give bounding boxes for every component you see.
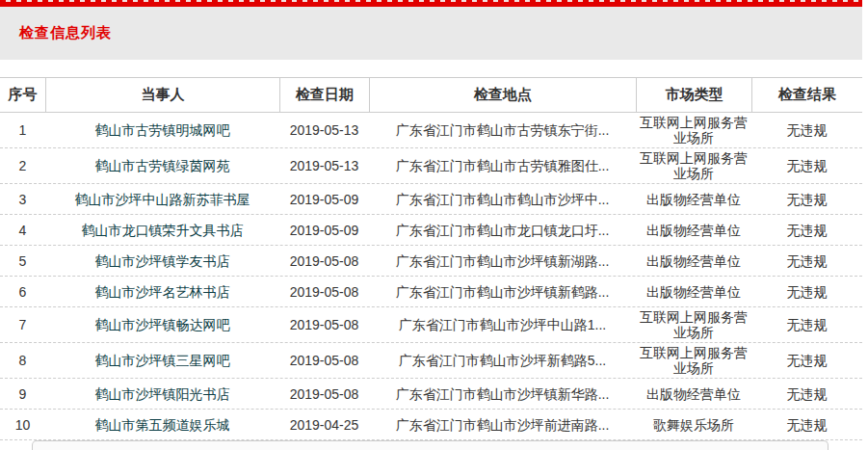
cell-market_type: 出版物经营单位 bbox=[636, 251, 751, 271]
table-row: 4鹤山市龙口镇荣升文具书店2019-05-09广东省江门市鹤山市龙口镇龙口圩..… bbox=[0, 215, 862, 246]
table-row: 8鹤山市沙坪镇三星网吧2019-05-08广东省江门市鹤山市沙坪新鹤路5...互… bbox=[0, 343, 862, 379]
cell-result: 无违规 bbox=[751, 415, 862, 435]
cell-result: 无违规 bbox=[751, 190, 862, 209]
table-row: 1鹤山市古劳镇明城网吧2019-05-13广东省江门市鹤山市古劳镇东宁街...互… bbox=[0, 113, 862, 148]
cell-date: 2019-05-08 bbox=[279, 251, 369, 271]
cell-index: 5 bbox=[0, 251, 45, 271]
cell-party[interactable]: 鹤山市龙口镇荣升文具书店 bbox=[45, 221, 279, 240]
cell-index: 10 bbox=[0, 415, 45, 435]
header-cell-date: 检查日期 bbox=[279, 78, 369, 112]
cell-market_type: 互联网上网服务营业场所 bbox=[636, 113, 751, 147]
cell-party[interactable]: 鹤山市沙坪镇阳光书店 bbox=[45, 384, 279, 404]
cell-index: 1 bbox=[0, 120, 45, 140]
cell-location: 广东省江门市鹤山市沙坪镇新华路... bbox=[369, 384, 636, 404]
cell-location: 广东省江门市鹤山市沙坪镇新鹤路... bbox=[369, 282, 636, 302]
cell-party[interactable]: 鹤山市沙坪名艺林书店 bbox=[45, 282, 279, 302]
cell-party[interactable]: 鹤山市沙坪镇学友书店 bbox=[45, 251, 279, 271]
cell-market_type: 出版物经营单位 bbox=[636, 384, 751, 404]
cell-market_type: 互联网上网服务营业场所 bbox=[636, 307, 751, 342]
page-content: 检查信息列表 序号 当事人 检查日期 检查地点 市场类型 检查结果 1鹤山市古劳… bbox=[0, 0, 862, 450]
cell-location: 广东省江门市鹤山市古劳镇东宁街... bbox=[369, 120, 636, 140]
inspection-table: 序号 当事人 检查日期 检查地点 市场类型 检查结果 1鹤山市古劳镇明城网吧20… bbox=[0, 77, 862, 440]
title-band: 检查信息列表 bbox=[0, 7, 862, 60]
cell-location: 广东省江门市鹤山市沙坪前进南路... bbox=[369, 415, 636, 435]
table-body: 1鹤山市古劳镇明城网吧2019-05-13广东省江门市鹤山市古劳镇东宁街...互… bbox=[0, 113, 862, 440]
table-row: 9鹤山市沙坪镇阳光书店2019-05-08广东省江门市鹤山市沙坪镇新华路...出… bbox=[0, 379, 862, 410]
cell-result: 无违规 bbox=[751, 120, 862, 140]
cell-location: 广东省江门市鹤山市鹤山市沙坪中... bbox=[369, 190, 636, 209]
cell-party[interactable]: 鹤山市第五频道娱乐城 bbox=[45, 415, 279, 435]
cell-market_type: 出版物经营单位 bbox=[636, 221, 751, 240]
header-cell-market-type: 市场类型 bbox=[636, 78, 751, 112]
cell-date: 2019-05-08 bbox=[279, 282, 369, 302]
cell-party[interactable]: 鹤山市沙坪镇三星网吧 bbox=[45, 351, 279, 370]
cell-result: 无违规 bbox=[751, 351, 862, 370]
cell-market_type: 互联网上网服务营业场所 bbox=[636, 148, 751, 183]
cell-date: 2019-04-25 bbox=[279, 415, 369, 435]
header-cell-location: 检查地点 bbox=[369, 78, 636, 112]
cell-location: 广东省江门市鹤山市沙坪中山路1... bbox=[369, 315, 636, 334]
page-title: 检查信息列表 bbox=[0, 24, 112, 42]
table-row: 3鹤山市沙坪中山路新苏菲书屋2019-05-09广东省江门市鹤山市鹤山市沙坪中.… bbox=[0, 184, 862, 215]
cell-result: 无违规 bbox=[751, 282, 862, 302]
table-row: 10鹤山市第五频道娱乐城2019-04-25广东省江门市鹤山市沙坪前进南路...… bbox=[0, 410, 862, 440]
cell-market_type: 互联网上网服务营业场所 bbox=[636, 343, 751, 378]
table-row: 5鹤山市沙坪镇学友书店2019-05-08广东省江门市鹤山市沙坪镇新湖路...出… bbox=[0, 246, 862, 277]
cell-index: 2 bbox=[0, 156, 45, 175]
table-row: 6鹤山市沙坪名艺林书店2019-05-08广东省江门市鹤山市沙坪镇新鹤路...出… bbox=[0, 277, 862, 307]
cell-index: 8 bbox=[0, 351, 45, 370]
cell-result: 无违规 bbox=[751, 156, 862, 175]
cell-market_type: 出版物经营单位 bbox=[636, 282, 751, 302]
cell-location: 广东省江门市鹤山市沙坪新鹤路5... bbox=[369, 351, 636, 370]
cell-index: 4 bbox=[0, 221, 45, 240]
cell-location: 广东省江门市鹤山市龙口镇龙口圩... bbox=[369, 221, 636, 240]
cell-result: 无违规 bbox=[751, 384, 862, 404]
cell-date: 2019-05-09 bbox=[279, 221, 369, 240]
cell-result: 无违规 bbox=[751, 315, 862, 334]
header-cell-index: 序号 bbox=[0, 78, 45, 112]
cell-date: 2019-05-08 bbox=[279, 351, 369, 370]
header-cell-party: 当事人 bbox=[45, 78, 279, 112]
cell-index: 9 bbox=[0, 384, 45, 404]
cell-party[interactable]: 鹤山市古劳镇明城网吧 bbox=[45, 120, 279, 140]
cell-market_type: 歌舞娱乐场所 bbox=[636, 415, 751, 435]
table-row: 7鹤山市沙坪镇畅达网吧2019-05-08广东省江门市鹤山市沙坪中山路1...互… bbox=[0, 307, 862, 343]
cell-party[interactable]: 鹤山市古劳镇绿茵网苑 bbox=[45, 156, 279, 175]
cell-location: 广东省江门市鹤山市沙坪镇新湖路... bbox=[369, 251, 636, 271]
cell-date: 2019-05-08 bbox=[279, 315, 369, 334]
cell-index: 3 bbox=[0, 190, 45, 209]
cell-date: 2019-05-08 bbox=[279, 384, 369, 404]
cell-market_type: 出版物经营单位 bbox=[636, 190, 751, 209]
cell-party[interactable]: 鹤山市沙坪镇畅达网吧 bbox=[45, 315, 279, 334]
table-header: 序号 当事人 检查日期 检查地点 市场类型 检查结果 bbox=[0, 77, 862, 113]
cell-index: 7 bbox=[0, 315, 45, 334]
cell-date: 2019-05-09 bbox=[279, 190, 369, 209]
header-cell-result: 检查结果 bbox=[751, 78, 862, 112]
cell-party[interactable]: 鹤山市沙坪中山路新苏菲书屋 bbox=[45, 190, 279, 209]
cell-index: 6 bbox=[0, 282, 45, 302]
cell-location: 广东省江门市鹤山市古劳镇雅图仕... bbox=[369, 156, 636, 175]
cell-result: 无违规 bbox=[751, 251, 862, 271]
cell-date: 2019-05-13 bbox=[279, 120, 369, 140]
table-row: 2鹤山市古劳镇绿茵网苑2019-05-13广东省江门市鹤山市古劳镇雅图仕...互… bbox=[0, 148, 862, 184]
cell-date: 2019-05-13 bbox=[279, 156, 369, 175]
pagination-bar-partial bbox=[32, 440, 829, 450]
cell-result: 无违规 bbox=[751, 221, 862, 240]
